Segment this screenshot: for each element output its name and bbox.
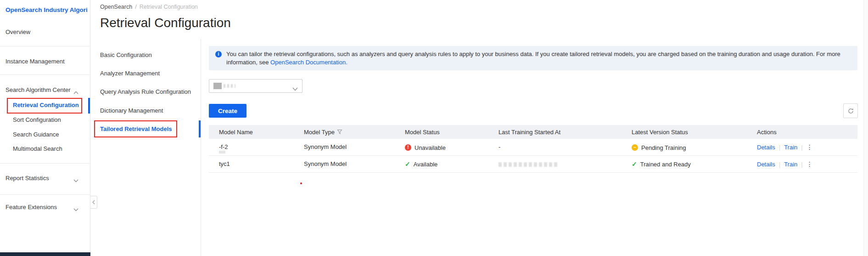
subnav-item-basic-configuration[interactable]: Basic Configuration xyxy=(100,51,152,58)
sidebar-item-retrieval-configuration[interactable]: Retrieval Configuration xyxy=(13,102,79,108)
status-label: Unavailable xyxy=(414,144,446,151)
chevron-left-icon xyxy=(92,200,95,205)
sidebar-divider xyxy=(0,74,90,75)
sidebar-title: OpenSearch Industry Algorithm xyxy=(6,6,87,13)
red-dot-artifact xyxy=(300,182,302,184)
chevron-down-icon[interactable] xyxy=(73,176,78,184)
cell-actions: Details|Train|⋮ xyxy=(757,143,813,151)
action-separator: | xyxy=(801,144,802,151)
column-header-actions: Actions xyxy=(757,129,777,136)
breadcrumb-root[interactable]: OpenSearch xyxy=(100,4,132,10)
sidebar-item-search-guidance[interactable]: Search Guidance xyxy=(13,131,59,138)
train-link[interactable]: Train xyxy=(784,161,797,168)
redacted-timestamp xyxy=(498,162,559,167)
cell-model-status: !Unavailable xyxy=(405,143,446,151)
more-actions-icon[interactable]: ⋮ xyxy=(806,160,813,168)
banner-text: You can tailor the retrieval configurati… xyxy=(226,50,850,66)
breadcrumb-separator: / xyxy=(135,4,136,10)
sidebar-divider xyxy=(0,46,90,46)
action-separator: | xyxy=(779,144,780,151)
table-row: tyc1 Synonym Model ✓Available ✓Trained a… xyxy=(209,156,857,173)
redacted-select-value xyxy=(213,83,222,89)
scrollbar-track[interactable] xyxy=(863,0,868,256)
refresh-icon xyxy=(847,108,854,114)
chevron-down-icon[interactable] xyxy=(73,205,78,213)
model-filter-select[interactable] xyxy=(209,79,302,93)
column-header-model-name: Model Name xyxy=(219,129,253,136)
sidebar-item-feature-extensions[interactable]: Feature Extensions xyxy=(6,204,57,210)
models-table: Model Name Model Type Model Status Last … xyxy=(209,125,857,173)
sidebar-item-report-statistics[interactable]: Report Statistics xyxy=(6,175,49,182)
sidebar-item-overview[interactable]: Overview xyxy=(6,28,30,35)
status-label: Available xyxy=(414,161,438,168)
subnav-item-query-analysis-rule-configuration[interactable]: Query Analysis Rule Configuration xyxy=(100,88,191,95)
check-icon: ✓ xyxy=(405,160,410,168)
sidebar-item-search-algorithm-center[interactable]: Search Algorithm Center xyxy=(6,86,71,93)
active-indicator-bar xyxy=(88,98,90,114)
breadcrumb-current: Retrieval Configuration xyxy=(140,4,198,10)
cell-version-status: ✓Trained and Ready xyxy=(632,160,691,168)
pane-divider xyxy=(201,39,201,256)
sidebar-divider xyxy=(0,163,90,164)
cell-model-type: Synonym Model xyxy=(304,143,347,150)
cell-last-training: - xyxy=(498,143,500,150)
column-header-model-status: Model Status xyxy=(405,129,440,136)
error-status-icon: ! xyxy=(405,144,411,151)
subnav-item-dictionary-management[interactable]: Dictionary Management xyxy=(100,107,163,114)
cell-model-name: tyc1 xyxy=(219,160,230,167)
sidebar-item-label: Search Algorithm Center xyxy=(6,86,71,93)
cell-actions: Details|Train|⋮ xyxy=(757,160,813,168)
sidebar-collapse-handle[interactable] xyxy=(90,196,97,209)
column-header-last-training: Last Training Started At xyxy=(498,129,560,136)
sidebar-item-sort-configuration[interactable]: Sort Configuration xyxy=(13,116,61,123)
breadcrumb: OpenSearch/Retrieval Configuration xyxy=(100,4,198,10)
primary-sidebar: OpenSearch Industry Algorithm Overview I… xyxy=(0,0,90,256)
sidebar-item-multimodal-search[interactable]: Multimodal Search xyxy=(13,145,62,152)
chevron-down-icon xyxy=(292,85,298,93)
column-header-latest-version-status: Latest Version Status xyxy=(632,129,688,136)
sidebar-divider xyxy=(0,194,90,195)
table-header: Model Name Model Type Model Status Last … xyxy=(209,125,857,139)
status-label: Trained and Ready xyxy=(640,161,691,168)
create-button[interactable]: Create xyxy=(209,104,246,118)
redacted-smudge xyxy=(219,151,225,154)
action-separator: | xyxy=(801,161,802,168)
column-header-model-type: Model Type xyxy=(304,129,342,136)
status-label: Pending Training xyxy=(641,144,686,151)
subnav-item-analyzer-management[interactable]: Analyzer Management xyxy=(100,70,160,77)
filter-icon[interactable] xyxy=(337,129,342,136)
column-header-label: Model Type xyxy=(304,129,335,136)
details-link[interactable]: Details xyxy=(757,161,775,168)
info-banner: i You can tailor the retrieval configura… xyxy=(209,46,857,70)
cell-last-training xyxy=(498,160,559,167)
cell-model-status: ✓Available xyxy=(405,160,437,168)
refresh-button[interactable] xyxy=(843,103,858,118)
cell-version-status: –Pending Training xyxy=(632,143,686,151)
action-separator: | xyxy=(779,161,780,168)
pending-status-icon: – xyxy=(632,144,638,151)
sidebar-item-instance-management[interactable]: Instance Management xyxy=(6,58,65,65)
table-row: -f-2 Synonym Model !Unavailable - –Pendi… xyxy=(209,139,857,156)
page-title: Retrieval Configuration xyxy=(100,16,231,30)
cell-model-name: -f-2 xyxy=(219,143,228,150)
subnav-item-tailored-retrieval-models[interactable]: Tailored Retrieval Models xyxy=(100,125,172,132)
cell-model-type: Synonym Model xyxy=(304,160,347,167)
train-link[interactable]: Train xyxy=(784,144,797,151)
chevron-up-icon[interactable] xyxy=(73,88,78,96)
documentation-link[interactable]: OpenSearch Documentation. xyxy=(270,59,347,66)
info-icon: i xyxy=(215,51,222,57)
details-link[interactable]: Details xyxy=(757,144,775,151)
page: OpenSearch Industry Algorithm Overview I… xyxy=(0,0,868,256)
redacted-select-text xyxy=(224,84,235,88)
more-actions-icon[interactable]: ⋮ xyxy=(806,143,813,151)
check-icon: ✓ xyxy=(632,160,637,168)
sidebar-bottom-strip xyxy=(0,252,90,256)
